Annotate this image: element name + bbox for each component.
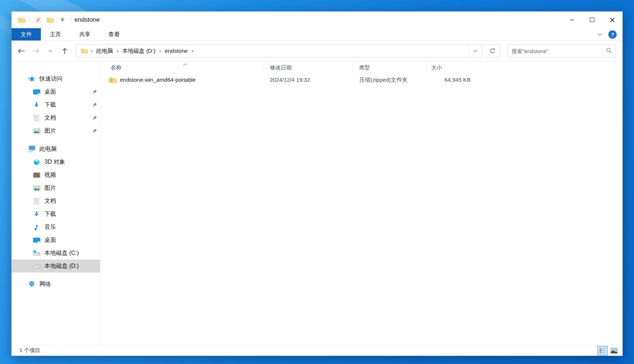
sidebar-item-label: 桌面 (44, 88, 56, 96)
pin-icon (92, 89, 97, 94)
sidebar-item-network[interactable]: 网络 (12, 278, 100, 291)
sidebar-item-desktop[interactable]: 桌面 (12, 85, 100, 98)
search-icon[interactable] (606, 47, 612, 55)
customize-toolbar-chevron-icon[interactable] (58, 16, 67, 24)
sidebar-item-documents[interactable]: 文档 (12, 111, 100, 124)
maximize-button[interactable]: ☐ (582, 12, 602, 28)
sidebar-item-label: 快速访问 (39, 75, 63, 83)
sidebar-item-label: 下载 (44, 101, 56, 109)
refresh-button[interactable] (485, 44, 500, 57)
objects-3d-icon (33, 158, 40, 166)
zip-folder-icon (108, 76, 117, 84)
quick-access-toolbar (17, 16, 71, 24)
desktop-icon (33, 88, 40, 96)
file-type: 压缩(zipped)文件夹 (353, 74, 427, 86)
window-title: endstone (74, 16, 100, 23)
close-button[interactable]: × (602, 12, 622, 28)
sidebar-item-quick-access-star[interactable]: 快速访问 (12, 72, 100, 85)
pin-icon (92, 102, 97, 107)
expand-ribbon-chevron-icon[interactable] (597, 33, 603, 36)
navigation-pane: 快速访问 桌面 下载 文档 图片 此电脑 3D 对象 视频 图片 文档 下载 音… (12, 61, 100, 345)
properties-check-icon[interactable] (34, 16, 42, 24)
sidebar-item-downloads[interactable]: 下载 (12, 98, 100, 111)
column-header-size[interactable]: 大小 (427, 61, 476, 74)
address-dropdown-chevron-icon[interactable] (468, 45, 483, 57)
new-folder-icon[interactable] (46, 16, 55, 24)
sidebar-item-desktop[interactable]: 桌面 (12, 234, 100, 247)
tab-share[interactable]: 共享 (70, 28, 99, 40)
search-box (507, 44, 616, 57)
explorer-window: endstone ─ ☐ × 文件 主页 共享 查看 ? (11, 11, 623, 356)
tab-home[interactable]: 主页 (41, 28, 70, 40)
tab-file[interactable]: 文件 (12, 28, 41, 40)
drive-c-icon (33, 249, 40, 257)
column-header-type[interactable]: 类型 (353, 61, 427, 74)
pin-icon (92, 115, 97, 120)
tab-view[interactable]: 查看 (99, 28, 129, 40)
crumb-separator: › (90, 48, 93, 54)
title-bar: endstone ─ ☐ × (12, 12, 622, 28)
music-icon (33, 223, 40, 231)
sidebar-item-label: 文档 (44, 114, 56, 122)
address-bar[interactable]: › 此电脑 › 本地磁盘 (D:) › endstone › (76, 44, 483, 57)
minimize-button[interactable]: ─ (562, 12, 582, 28)
this-pc-icon (27, 145, 35, 153)
file-rows: endstone-win_amd64-portable 2024/12/4 19… (100, 74, 622, 86)
column-header-modified[interactable]: 修改日期 (264, 61, 353, 74)
sidebar-item-label: 图片 (44, 184, 56, 192)
toolbar-divider (30, 16, 30, 23)
file-row[interactable]: endstone-win_amd64-portable 2024/12/4 19… (100, 74, 622, 86)
sidebar-item-label: 图片 (44, 127, 56, 135)
sidebar-item-videos[interactable]: 视频 (12, 168, 100, 181)
large-icons-view-button[interactable] (609, 346, 619, 355)
documents-icon (33, 197, 40, 205)
sidebar-item-drive-c[interactable]: 本地磁盘 (C:) (12, 247, 100, 260)
sidebar-item-label: 网络 (39, 281, 51, 288)
navigation-toolbar: › 此电脑 › 本地磁盘 (D:) › endstone › (12, 41, 622, 61)
sidebar-item-label: 3D 对象 (44, 158, 65, 166)
recent-locations-chevron-icon[interactable] (44, 45, 56, 57)
folder-icon[interactable] (17, 16, 26, 24)
breadcrumb-this-pc[interactable]: 此电脑 (95, 47, 115, 55)
back-button[interactable] (15, 45, 27, 57)
sidebar-item-pictures[interactable]: 图片 (12, 181, 100, 194)
pictures-icon (33, 184, 40, 192)
sidebar-item-music[interactable]: 音乐 (12, 220, 100, 234)
toolbar-divider (70, 16, 71, 23)
drive-icon (33, 262, 40, 270)
crumb-separator: › (158, 48, 162, 54)
status-bar: 1 个项目 (12, 345, 622, 356)
documents-icon (33, 114, 40, 122)
videos-icon (33, 171, 40, 179)
sidebar-item-pictures[interactable]: 图片 (12, 124, 100, 137)
file-list-pane: 名称 修改日期 类型 大小 endstone-win_amd64-portabl… (100, 61, 622, 345)
up-button[interactable] (59, 45, 71, 57)
downloads-icon (33, 101, 40, 109)
quick-access-star-icon (27, 75, 35, 83)
sidebar-item-label: 桌面 (44, 236, 56, 244)
breadcrumb-drive-d[interactable]: 本地磁盘 (D:) (121, 47, 157, 55)
search-input[interactable] (511, 48, 606, 54)
crumb-separator: › (190, 48, 194, 54)
sidebar-item-drive[interactable]: 本地磁盘 (D:) (12, 260, 100, 273)
sidebar-item-downloads[interactable]: 下载 (12, 207, 100, 220)
column-header-name[interactable]: 名称 (105, 61, 264, 74)
column-headers: 名称 修改日期 类型 大小 (100, 61, 622, 74)
pin-icon (92, 128, 97, 133)
downloads-icon (33, 210, 40, 218)
item-count: 1 个项目 (20, 347, 40, 354)
breadcrumb: › 此电脑 › 本地磁盘 (D:) › endstone › (76, 45, 468, 57)
window-controls: ─ ☐ × (562, 12, 622, 28)
sidebar-item-this-pc[interactable]: 此电脑 (12, 142, 100, 155)
sidebar-item-objects-3d[interactable]: 3D 对象 (12, 155, 100, 168)
address-folder-icon[interactable] (80, 47, 89, 55)
help-button[interactable]: ? (608, 30, 617, 39)
sidebar-item-documents[interactable]: 文档 (12, 194, 100, 207)
sidebar-item-label: 本地磁盘 (D:) (44, 262, 79, 270)
ribbon-tabs: 文件 主页 共享 查看 ? (12, 28, 622, 41)
desktop-icon (33, 236, 40, 244)
crumb-separator: › (116, 48, 119, 54)
forward-button[interactable] (30, 45, 42, 57)
breadcrumb-endstone[interactable]: endstone (163, 48, 189, 54)
details-view-button[interactable] (598, 346, 607, 355)
